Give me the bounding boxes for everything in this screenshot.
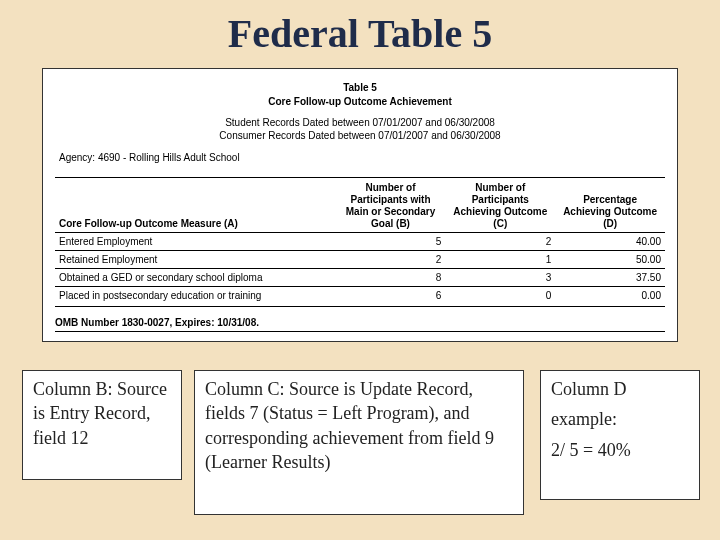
page-title: Federal Table 5 [0, 10, 720, 57]
table-caption: Table 5 [55, 81, 665, 95]
annotation-d-line2: example: [551, 407, 689, 431]
cell-b: 6 [336, 287, 446, 305]
cell-d: 37.50 [555, 269, 665, 287]
row-label: Obtained a GED or secondary school diplo… [55, 269, 336, 287]
cell-b: 2 [336, 251, 446, 269]
omb-line: OMB Number 1830-0027, Expires: 10/31/08. [55, 317, 665, 328]
annotation-d-line1: Column D [551, 377, 689, 401]
table-row: Obtained a GED or secondary school diplo… [55, 269, 665, 287]
col-header-c: Number of Participants Achieving Outcome… [445, 180, 555, 233]
slide: Federal Table 5 Table 5 Core Follow-up O… [0, 0, 720, 540]
table-row: Entered Employment 5 2 40.00 [55, 233, 665, 251]
report-panel: Table 5 Core Follow-up Outcome Achieveme… [42, 68, 678, 342]
table-subtitle: Core Follow-up Outcome Achievement [55, 95, 665, 109]
cell-b: 8 [336, 269, 446, 287]
table-header-row: Core Follow-up Outcome Measure (A) Numbe… [55, 180, 665, 233]
cell-c: 3 [445, 269, 555, 287]
report-caption: Table 5 Core Follow-up Outcome Achieveme… [55, 81, 665, 108]
cell-c: 1 [445, 251, 555, 269]
report-date-range: Student Records Dated between 07/01/2007… [55, 116, 665, 142]
row-label: Placed in postsecondary education or tra… [55, 287, 336, 305]
table-row: Placed in postsecondary education or tra… [55, 287, 665, 305]
table-row: Retained Employment 2 1 50.00 [55, 251, 665, 269]
row-label: Entered Employment [55, 233, 336, 251]
cell-d: 40.00 [555, 233, 665, 251]
date-line-1: Student Records Dated between 07/01/2007… [55, 116, 665, 129]
cell-d: 50.00 [555, 251, 665, 269]
agency-line: Agency: 4690 - Rolling Hills Adult Schoo… [59, 152, 665, 163]
annotation-column-d: Column D example: 2/ 5 = 40% [540, 370, 700, 500]
annotation-d-line3: 2/ 5 = 40% [551, 438, 689, 462]
col-header-b: Number of Participants with Main or Seco… [336, 180, 446, 233]
report-table: Core Follow-up Outcome Measure (A) Numbe… [55, 180, 665, 304]
cell-c: 2 [445, 233, 555, 251]
cell-d: 0.00 [555, 287, 665, 305]
date-line-2: Consumer Records Dated between 07/01/200… [55, 129, 665, 142]
annotation-column-b: Column B: Source is Entry Record, field … [22, 370, 182, 480]
row-label: Retained Employment [55, 251, 336, 269]
cell-c: 0 [445, 287, 555, 305]
cell-b: 5 [336, 233, 446, 251]
col-header-d: Percentage Achieving Outcome (D) [555, 180, 665, 233]
col-header-a: Core Follow-up Outcome Measure (A) [55, 180, 336, 233]
annotation-column-c: Column C: Source is Update Record, field… [194, 370, 524, 515]
